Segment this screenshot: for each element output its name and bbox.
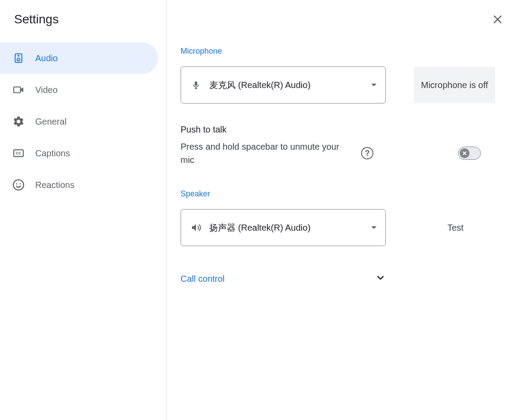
chevron-down-icon	[375, 273, 386, 285]
sidebar-item-audio[interactable]: Audio	[0, 42, 158, 74]
gear-icon	[12, 115, 25, 128]
smile-icon	[12, 179, 25, 191]
test-speaker-button[interactable]: Test	[444, 223, 467, 233]
microphone-status: Microphone is off	[414, 67, 495, 103]
microphone-icon	[190, 79, 202, 91]
sidebar-item-label: Captions	[35, 148, 70, 158]
push-to-talk-toggle[interactable]	[458, 147, 481, 160]
push-to-talk-title: Push to talk	[181, 125, 505, 135]
svg-text:CC: CC	[16, 151, 22, 155]
sidebar-item-label: General	[35, 117, 66, 127]
svg-point-0	[17, 58, 20, 61]
sidebar-item-video[interactable]: Video	[0, 74, 158, 106]
settings-title: Settings	[0, 12, 166, 42]
chevron-down-icon	[371, 226, 377, 229]
help-icon[interactable]: ?	[361, 147, 373, 159]
microphone-label: Microphone	[181, 47, 505, 56]
toggle-off-icon	[460, 148, 469, 158]
speaker-icon	[12, 52, 25, 64]
close-button[interactable]	[491, 12, 505, 26]
call-control-expand[interactable]: Call control	[181, 273, 386, 285]
sidebar-item-captions[interactable]: CC Captions	[0, 137, 158, 169]
sidebar-item-general[interactable]: General	[0, 106, 158, 137]
svg-point-1	[18, 55, 19, 56]
call-control-label: Call control	[181, 274, 225, 284]
svg-point-4	[13, 180, 23, 190]
microphone-select[interactable]: 麦克风 (Realtek(R) Audio)	[181, 66, 386, 103]
sidebar-item-label: Audio	[35, 53, 58, 63]
sidebar-item-label: Reactions	[35, 180, 74, 190]
sidebar-item-reactions[interactable]: Reactions	[0, 169, 158, 201]
captions-icon: CC	[12, 147, 25, 159]
speaker-select[interactable]: 扬声器 (Realtek(R) Audio)	[181, 209, 386, 246]
speaker-selected: 扬声器 (Realtek(R) Audio)	[209, 222, 371, 234]
svg-point-5	[16, 183, 18, 184]
chevron-down-icon	[371, 84, 377, 86]
microphone-selected: 麦克风 (Realtek(R) Audio)	[209, 79, 371, 91]
svg-point-6	[20, 183, 21, 184]
video-icon	[12, 84, 25, 96]
sidebar-item-label: Video	[35, 85, 58, 95]
volume-icon	[190, 221, 202, 234]
speaker-label: Speaker	[181, 189, 505, 199]
push-to-talk-description: Press and hold spacebar to unmute your m…	[181, 140, 352, 166]
